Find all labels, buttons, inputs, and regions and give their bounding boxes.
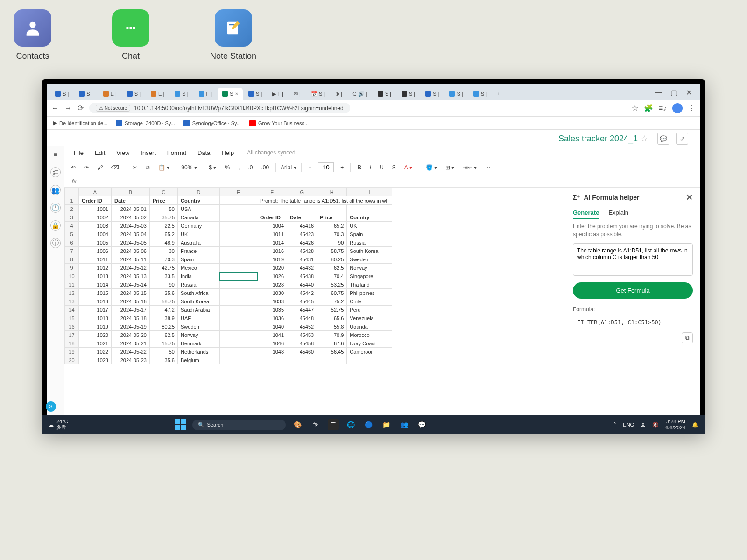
fill-color-button[interactable]: 🪣 ▾	[424, 163, 439, 172]
menu-format[interactable]: Format	[162, 147, 191, 158]
taskbar-app-icon[interactable]: 🛍	[310, 419, 321, 429]
font-inc-button[interactable]: +	[338, 163, 345, 172]
copy-formula-icon[interactable]: ⧉	[682, 332, 693, 343]
share-icon[interactable]: 👥	[50, 185, 61, 195]
browser-tab[interactable]: S |	[444, 88, 467, 100]
font-selector[interactable]: Arial ▾	[281, 164, 296, 171]
weather-widget[interactable]: ☁ 24°C多雲	[49, 419, 68, 429]
zoom-selector[interactable]: 90% ▾	[181, 164, 197, 171]
file-explorer-icon[interactable]: 📁	[381, 419, 392, 429]
bookmark-item[interactable]: Grow Your Business...	[249, 120, 309, 126]
teams-icon[interactable]: 👥	[399, 419, 410, 429]
paste-button[interactable]: 📋 ▾	[156, 163, 171, 172]
browser-tab[interactable]: E |	[146, 88, 169, 100]
bookmark-item[interactable]: SynologyOffice · Sy...	[183, 120, 241, 126]
merge-button[interactable]: ⇥⇤ ▾	[461, 163, 478, 172]
tab-explain[interactable]: Explain	[608, 209, 628, 219]
minimize-icon[interactable]: —	[655, 88, 662, 97]
volume-icon[interactable]: 🔇	[652, 422, 659, 428]
tab-generate[interactable]: Generate	[573, 209, 599, 219]
info-icon[interactable]: ⓘ	[50, 238, 61, 248]
explorer-icon[interactable]: 🗔	[328, 419, 339, 429]
chat-app-icon[interactable]: 💬	[416, 419, 428, 429]
maximize-icon[interactable]: ▢	[670, 88, 677, 97]
taskbar-search[interactable]: 🔍 Search	[192, 420, 286, 430]
browser-tab[interactable]: S |	[170, 88, 193, 100]
menu-edit[interactable]: Edit	[90, 147, 110, 158]
dec-decrease-button[interactable]: .0	[246, 163, 254, 172]
spreadsheet-grid[interactable]: ABCDEFGHI1Order IDDatePriceCountryPrompt…	[64, 188, 565, 416]
history-icon[interactable]: 🕘	[50, 203, 61, 213]
menu-file[interactable]: File	[69, 147, 88, 158]
formula-input[interactable]	[84, 178, 700, 185]
clock[interactable]: 3:28 PM 6/6/2024	[665, 419, 685, 429]
start-button[interactable]	[175, 419, 186, 429]
browser-tab-active[interactable]: S ×	[218, 88, 243, 100]
close-panel-icon[interactable]: ✕	[686, 192, 693, 203]
browser-tab[interactable]: S |	[74, 88, 97, 100]
font-size-input[interactable]	[318, 162, 334, 172]
browser-tab[interactable]: S |	[244, 88, 267, 100]
expand-icon[interactable]: ⤢	[676, 133, 688, 145]
browser-tab[interactable]: S |	[50, 88, 73, 100]
browser-tab[interactable]: S |	[397, 88, 420, 100]
bookmark-item[interactable]: Storage_3400D · Sy...	[116, 120, 175, 126]
text-color-button[interactable]: A ▾	[402, 163, 414, 172]
menu-help[interactable]: Help	[217, 147, 239, 158]
underline-button[interactable]: U	[378, 163, 386, 172]
strike-button[interactable]: S	[390, 163, 398, 172]
taskbar-app-icon[interactable]: 🎨	[292, 419, 303, 429]
desktop-icon-chat[interactable]: Chat	[112, 9, 149, 61]
back-button[interactable]: ←	[51, 104, 59, 112]
cut-button[interactable]: ✂	[131, 163, 139, 172]
desktop-icon-note[interactable]: Note Station	[210, 9, 256, 61]
undo-button[interactable]: ↶	[69, 163, 78, 172]
hamburger-icon[interactable]: ≡	[50, 149, 61, 160]
browser-tab[interactable]: 📅 S |	[306, 88, 330, 100]
profile-avatar[interactable]	[672, 103, 683, 113]
redo-button[interactable]: ↷	[82, 163, 91, 172]
bold-button[interactable]: B	[355, 163, 363, 172]
browser-tab[interactable]: ✉ |	[289, 88, 305, 100]
currency-button[interactable]: $ ▾	[207, 163, 218, 172]
paint-format-button[interactable]: 🖌	[95, 163, 105, 172]
font-dec-button[interactable]: −	[306, 163, 313, 172]
browser-tab[interactable]: S |	[421, 88, 444, 100]
edge-icon[interactable]: 🌐	[345, 419, 357, 429]
url-field[interactable]: ⚠ Not secure 10.0.1.194:5000/oo/r/ylhFlv…	[89, 103, 350, 113]
copy-button[interactable]: ⧉	[144, 163, 152, 172]
clear-format-button[interactable]: ⌫	[109, 163, 121, 172]
browser-tab[interactable]: S |	[469, 88, 492, 100]
comment-icon[interactable]: 💬	[657, 133, 669, 145]
new-tab[interactable]: +	[493, 88, 505, 100]
desktop-icon-contacts[interactable]: Contacts	[14, 9, 51, 61]
notification-icon[interactable]: 🔔	[692, 422, 698, 428]
browser-tab[interactable]: S |	[122, 88, 145, 100]
menu-view[interactable]: View	[112, 147, 134, 158]
star-icon[interactable]: ☆	[632, 104, 638, 112]
borders-button[interactable]: ⊞ ▾	[444, 163, 456, 172]
browser-tab[interactable]: ▶ F |	[268, 88, 288, 100]
dec-increase-button[interactable]: .00	[259, 163, 271, 172]
reload-button[interactable]: ⟳	[78, 104, 84, 112]
percent-button[interactable]: %	[223, 163, 232, 172]
browser-tab[interactable]: F |	[194, 88, 217, 100]
tray-chevron-icon[interactable]: ˄	[613, 422, 616, 428]
lock-icon[interactable]: 🔒	[50, 220, 61, 231]
comma-button[interactable]: ,	[236, 163, 241, 172]
language-indicator[interactable]: ENG	[623, 422, 634, 427]
network-icon[interactable]: 🖧	[641, 422, 646, 427]
ai-prompt-input[interactable]	[573, 243, 693, 276]
more-button[interactable]: ⋯	[483, 163, 493, 172]
italic-button[interactable]: I	[368, 163, 373, 172]
kebab-menu-icon[interactable]: ⋮	[688, 104, 696, 112]
forward-button[interactable]: →	[64, 104, 72, 112]
extensions-icon[interactable]: 🧩	[644, 104, 653, 112]
get-formula-button[interactable]: Get Formula	[573, 282, 693, 299]
bookmark-item[interactable]: ▶ De-identification de...	[53, 120, 107, 126]
menu-insert[interactable]: Insert	[136, 147, 161, 158]
playlist-icon[interactable]: ≡♪	[659, 104, 667, 112]
tag-icon[interactable]: 🏷	[50, 167, 61, 177]
menu-data[interactable]: Data	[193, 147, 215, 158]
chrome-icon[interactable]: 🔵	[363, 419, 374, 429]
